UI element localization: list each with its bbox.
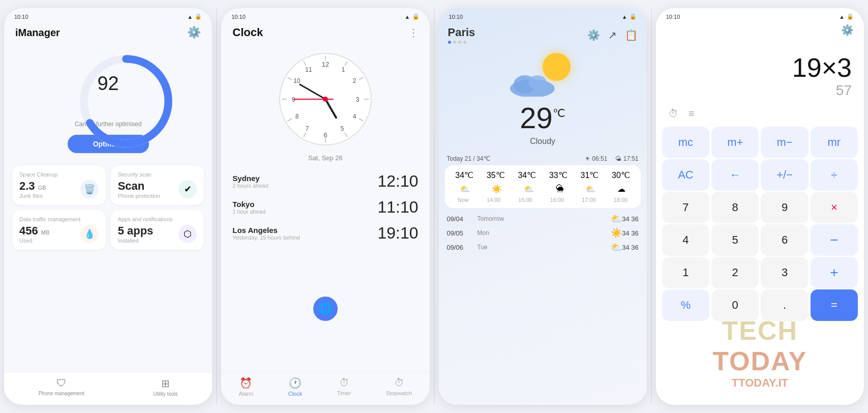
weather-header: Paris ⚙️ ↗ 📋 [439, 22, 647, 46]
hourly-temp-3: 33℃ [549, 170, 567, 180]
nav-clock[interactable]: 🕐 Clock [288, 377, 303, 397]
forecast-row-1: 09/05 Mon ☀️ 34 36 [447, 227, 639, 239]
btn-dot[interactable]: . [761, 289, 808, 321]
weather-city: Paris [448, 26, 475, 39]
hourly-temp-2: 34℃ [518, 170, 536, 180]
calc-row-5: % 0 . = [662, 289, 858, 321]
signal-icon: ▲ [187, 14, 193, 20]
card-label-traffic: Data traffic management [19, 216, 99, 222]
dot-active [448, 41, 451, 44]
card-data-traffic[interactable]: Data traffic management 456 MB Used 💧 [12, 210, 106, 250]
btn-equals[interactable]: = [811, 289, 858, 321]
btn-1[interactable]: 1 [662, 257, 709, 288]
forecast-icon-2: ⛅ [611, 242, 622, 253]
settings-icon[interactable]: ⚙️ [187, 26, 201, 39]
wc-diff-tokyo: 1 hour ahead [232, 209, 265, 215]
btn-percent[interactable]: % [662, 289, 709, 321]
hourly-icon-5: ☁ [617, 184, 625, 194]
circle-score-area: 92 Can be further optimised Optimise [4, 45, 212, 160]
btn-minus[interactable]: − [811, 224, 858, 256]
card-label-space: Space Cleanup [19, 171, 99, 178]
globe-icon: 🌐 [318, 302, 332, 315]
wc-diff-sydney: 2 hours ahead [232, 183, 268, 189]
add-world-clock-button[interactable]: 🌐 [313, 297, 338, 321]
forecast-day-0: Tomorrow [477, 215, 611, 222]
nav-utility-tools[interactable]: ⊞ Utility tools [153, 377, 177, 397]
btn-mplus[interactable]: m+ [711, 127, 759, 158]
card-value-security: Scan [118, 180, 145, 192]
btn-3[interactable]: 3 [761, 257, 808, 288]
lock-icon-4: 🔒 [847, 13, 854, 20]
btn-9[interactable]: 9 [761, 192, 808, 223]
hourly-time-0: Now [458, 197, 469, 203]
signal-icon-4: ▲ [839, 14, 845, 20]
btn-4[interactable]: 4 [662, 224, 709, 256]
history-icon[interactable]: ⏱ [668, 108, 678, 120]
mode-icon[interactable]: ≡ [689, 108, 695, 120]
calc-row-4: 1 2 3 + [662, 257, 858, 288]
btn-5[interactable]: 5 [711, 224, 759, 256]
cards-grid: Space Cleanup 2.3 GB Junk files 🗑️ Secur… [4, 160, 212, 255]
btn-posneg[interactable]: +/− [761, 159, 808, 191]
btn-mminus[interactable]: m− [761, 127, 808, 158]
calc-mode-row: ⏱ ≡ [656, 104, 864, 124]
analog-clock: 12 3 6 9 1 2 4 5 7 8 10 11 [275, 48, 376, 150]
calc-row-1: AC ← +/− ÷ [662, 159, 858, 191]
svg-text:1: 1 [342, 66, 345, 73]
btn-8[interactable]: 8 [711, 192, 759, 223]
btn-backspace[interactable]: ← [711, 159, 759, 191]
btn-7[interactable]: 7 [662, 192, 709, 223]
card-value-apps: 5 apps [118, 224, 154, 237]
svg-text:6: 6 [323, 131, 327, 139]
hourly-time-5: 18:00 [614, 197, 628, 203]
btn-mr[interactable]: mr [811, 127, 858, 158]
nav-phone-management[interactable]: 🛡 Phone management [39, 377, 84, 397]
wc-time-la: 19:10 [377, 224, 418, 243]
svg-text:11: 11 [305, 66, 312, 73]
btn-plus[interactable]: + [811, 257, 858, 288]
watermark-today: TODAY [656, 346, 864, 376]
card-apps[interactable]: Apps and notifications 5 apps Installed … [111, 210, 204, 250]
btn-6[interactable]: 6 [761, 224, 808, 256]
forecast-date-0: 09/04 [447, 215, 477, 223]
calc-settings-icon[interactable]: ⚙️ [841, 24, 854, 36]
dot-2 [458, 41, 461, 44]
btn-0[interactable]: 0 [711, 289, 759, 321]
weather-header-icons: ⚙️ ↗ 📋 [587, 29, 638, 41]
card-sub-apps: Installed [118, 238, 154, 244]
status-time-4: 10:10 [666, 14, 680, 20]
imanager-title: iManager [15, 27, 60, 39]
status-icons-2: ▲ 🔒 [405, 13, 420, 20]
hourly-icons: ⛅ ☀️ ⛅ 🌦 ⛅ ☁ [449, 184, 637, 194]
calc-expression: 19×3 [668, 53, 852, 82]
score-circle: 92 [75, 50, 141, 116]
hourly-icon-2: ⛅ [524, 184, 534, 194]
svg-text:12: 12 [322, 61, 329, 68]
nav-alarm[interactable]: ⏰ Alarm [238, 377, 253, 397]
world-clocks: Sydney 2 hours ahead 12:10 Tokyo 1 hour … [221, 165, 429, 250]
btn-divide[interactable]: ÷ [811, 159, 858, 191]
settings-weather-icon[interactable]: ⚙️ [587, 29, 600, 41]
cloud-shape [510, 69, 555, 97]
card-label-apps: Apps and notifications [118, 216, 197, 222]
btn-ac[interactable]: AC [662, 159, 709, 191]
hourly-time-2: 15:00 [518, 197, 532, 203]
btn-2[interactable]: 2 [711, 257, 759, 288]
hourly-temp-0: 34℃ [455, 170, 473, 180]
calendar-weather-icon[interactable]: 📋 [625, 29, 638, 41]
nav-stopwatch[interactable]: ⏱ Stopwatch [386, 377, 412, 397]
signal-icon-2: ▲ [405, 14, 410, 20]
forecast-temps-0: 34 36 [622, 215, 639, 223]
hourly-scroll: 34℃ 35℃ 34℃ 33℃ 31℃ 30℃ ⛅ ☀️ ⛅ 🌦 ⛅ ☁ Now… [445, 165, 641, 208]
share-weather-icon[interactable]: ↗ [608, 29, 617, 41]
card-security-scan[interactable]: Security scan Scan Phone protection ✔ [111, 165, 204, 205]
card-space-cleanup[interactable]: Space Cleanup 2.3 GB Junk files 🗑️ [12, 165, 106, 205]
hourly-icon-4: ⛅ [585, 184, 595, 194]
btn-multiply[interactable]: × [811, 192, 858, 223]
nav-label-utility: Utility tools [153, 391, 177, 397]
nav-timer[interactable]: ⏱ Timer [337, 377, 351, 397]
more-icon[interactable]: ⋮ [408, 26, 418, 39]
sunrise-time: ☀ 06:51 [585, 155, 607, 162]
svg-text:2: 2 [353, 77, 356, 84]
btn-mc[interactable]: mc [662, 127, 709, 158]
